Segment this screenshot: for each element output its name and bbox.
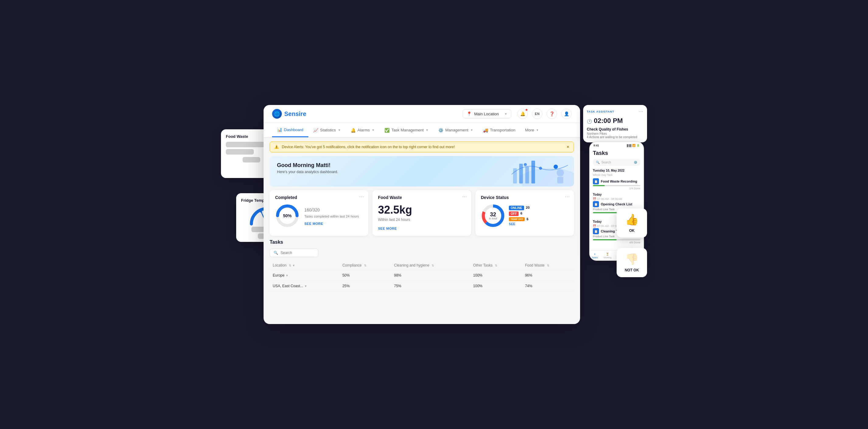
offline-label: OFF	[509, 211, 519, 216]
table-row: Europe ▼ 50% 98% 100% 96%	[270, 270, 574, 281]
cleaning-sort-icon: ⇅	[432, 264, 434, 267]
device-status-menu[interactable]: ⋯	[565, 194, 570, 200]
nav-management[interactable]: ⚙️ Management ▼	[433, 123, 478, 137]
col-other[interactable]: Other Tasks ⇅	[470, 261, 522, 270]
tasks-search-input[interactable]	[281, 251, 314, 255]
row-1-location: USA, East Coast... ▼	[270, 281, 339, 292]
logo: 🌐 Sensire	[272, 109, 306, 119]
nav-dashboard-label: Dashboard	[284, 128, 304, 132]
ok-card[interactable]: 👍 OK	[617, 208, 647, 238]
nav-task-management-label: Task Management	[392, 128, 424, 132]
online-count: 20	[526, 206, 530, 210]
location-filter-icon: ▼	[292, 264, 295, 267]
nav-alarms-label: Alarms	[358, 128, 370, 132]
nav-dashboard-icon: 📊	[277, 127, 282, 132]
completed-inner: 50% 160/320 Tasks completed within last …	[275, 203, 363, 228]
row-0-location: Europe ▼	[270, 270, 339, 281]
device-offline-item: OFF 6	[509, 211, 530, 216]
profile-button[interactable]: 👤	[561, 109, 571, 119]
food-waste-sort-icon: ⇅	[547, 264, 549, 267]
row-1-compliance: 25%	[339, 281, 391, 292]
phone-task-1-progress-bar	[593, 185, 640, 186]
phone-task-1-icon: 📋	[593, 178, 599, 185]
completed-desc: Tasks completed within last 24 hours	[304, 214, 359, 218]
completed-card: Completed ⋯ 50% 160/320 Tasks	[270, 190, 368, 236]
ta-menu[interactable]: ⋯	[639, 109, 643, 114]
logo-text: Sensire	[284, 110, 306, 118]
row-0-cleaning: 98%	[391, 270, 470, 281]
tasks-section: Tasks 🔍 Location ⇅ ▼ Compliance	[270, 239, 574, 324]
phone-filter-icon[interactable]: ⚙️	[634, 161, 637, 164]
nav: 📊 Dashboard 📈 Statistics ▼ 🔔 Alarms ▼ ✅ …	[264, 123, 580, 138]
device-see[interactable]: SEE	[509, 222, 530, 226]
nav-management-label: Management	[445, 128, 468, 132]
phone-today-1: Today	[593, 193, 640, 196]
help-button[interactable]: ❓	[547, 109, 557, 119]
svg-point-10	[554, 165, 558, 169]
food-waste-value: 32.5kg	[378, 203, 466, 216]
alert-text: Device Alerts: You've got 5 notification…	[282, 145, 455, 149]
phone-task-2-icon: 📋	[593, 201, 599, 207]
phone-task-2-header: 📋 Opening Check List	[593, 201, 640, 207]
completed-card-menu[interactable]: ⋯	[359, 194, 364, 200]
location-selector[interactable]: 📍 Main Location ▼	[463, 109, 511, 118]
col-cleaning[interactable]: Cleaning and hygiene ⇅	[391, 261, 470, 270]
col-location[interactable]: Location ⇅ ▼	[270, 261, 339, 270]
table-row: USA, East Coast... ▼ 25% 75% 100% 74%	[270, 281, 574, 292]
tasks-search-box[interactable]: 🔍	[270, 249, 318, 257]
phone-task-1-header: 📋 Food Waste Recording	[593, 178, 640, 185]
phone-task-3-progress-fill	[593, 239, 617, 240]
nav-alarms[interactable]: 🔔 Alarms ▼	[346, 123, 379, 137]
online-label: ONLINE	[509, 206, 524, 210]
ta-task-title: Check Quality of Fishes	[587, 127, 643, 131]
nav-transportation-label: Transportation	[490, 128, 515, 132]
not-ok-card[interactable]: 👍 NOT OK	[617, 248, 647, 277]
phone-search-placeholder: Search	[601, 161, 611, 164]
nav-more[interactable]: More ▼	[520, 123, 544, 137]
main-dashboard: 🌐 Sensire 📍 Main Location ▼ 🔔 EN ❓ 👤	[264, 105, 580, 324]
float-placeholder-2	[226, 149, 254, 155]
header: 🌐 Sensire 📍 Main Location ▼ 🔔 EN ❓ 👤	[264, 105, 580, 123]
float-placeholder-1	[226, 142, 267, 147]
alert-icon: ⚠️	[274, 145, 279, 149]
nav-more-chevron: ▼	[536, 128, 539, 132]
tasks-table: Location ⇅ ▼ Compliance ⇅ Cleaning and h…	[270, 261, 574, 292]
nav-statistics-icon: 📈	[313, 128, 318, 133]
completed-title: Completed	[275, 195, 363, 200]
row-1-cleaning: 75%	[391, 281, 470, 292]
phone-tasks-title: Tasks	[593, 150, 640, 156]
food-waste-see-more[interactable]: SEE MORE	[378, 227, 397, 230]
nav-statistics-label: Statistics	[320, 128, 336, 132]
phone-date: Tuesday 10, May 2022	[593, 169, 640, 172]
phone-nav-waiting-icon: ⏳	[606, 253, 609, 256]
nav-task-management[interactable]: ✅ Task Management ▼	[379, 123, 433, 137]
not-ok-label: NOT OK	[625, 268, 639, 272]
alert-close-button[interactable]: ✕	[566, 145, 569, 149]
completed-info: 160/320 Tasks completed within last 24 h…	[304, 205, 359, 226]
nav-transportation[interactable]: 🚚 Transportation	[478, 123, 520, 137]
food-waste-card: Food Waste ⋯ 32.5kg Within last 24 hours…	[373, 190, 471, 236]
nav-dashboard[interactable]: 📊 Dashboard	[272, 123, 308, 137]
language-button[interactable]: EN	[532, 109, 542, 119]
food-waste-card-menu[interactable]: ⋯	[462, 194, 467, 200]
nav-task-management-chevron: ▼	[426, 128, 429, 132]
phone-nav-tasks[interactable]: ≡ Tasks	[591, 253, 598, 261]
other-sort-icon: ⇅	[495, 264, 497, 267]
nav-statistics[interactable]: 📈 Statistics ▼	[308, 123, 346, 137]
device-temp-offline-item: TEMP OFF 6	[509, 217, 530, 221]
nav-transportation-icon: 🚚	[483, 128, 488, 133]
clock-icon-1: ⏰	[593, 197, 596, 200]
svg-point-11	[557, 169, 564, 176]
row-1-other: 100%	[470, 281, 522, 292]
phone-nav-waiting[interactable]: ⏳ Waiting	[603, 253, 612, 261]
phone-search[interactable]: 🔍 Search ⚙️	[593, 159, 640, 166]
welcome-illustration	[489, 156, 574, 187]
col-food-waste[interactable]: Food Waste ⇅	[522, 261, 574, 270]
location-chevron: ▼	[504, 112, 507, 116]
completed-see-more[interactable]: SEE MORE	[304, 222, 323, 226]
location-text: Main Location	[474, 112, 499, 116]
nav-statistics-chevron: ▼	[338, 128, 341, 132]
nav-management-icon: ⚙️	[438, 128, 443, 133]
notification-button[interactable]: 🔔	[517, 109, 528, 119]
col-compliance[interactable]: Compliance ⇅	[339, 261, 391, 270]
